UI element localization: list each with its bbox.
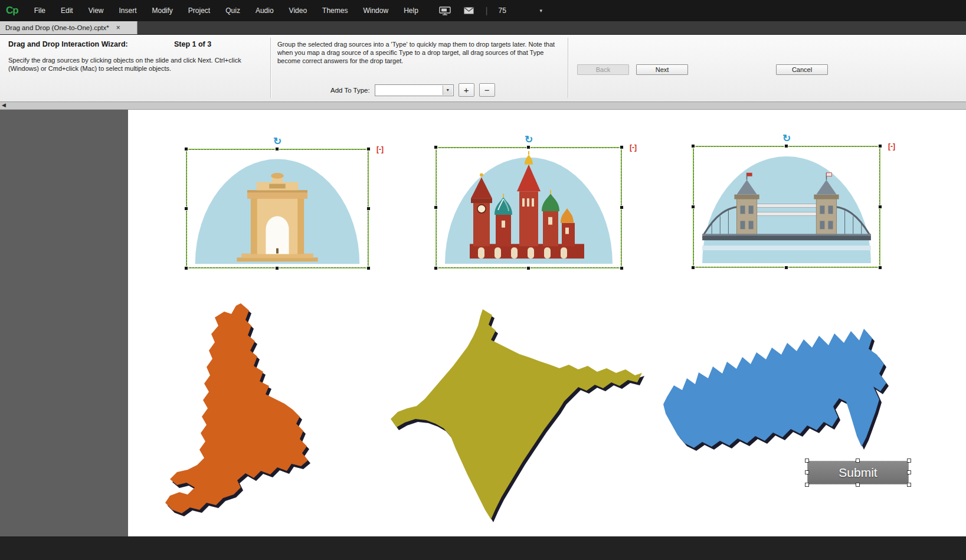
zoom-dropdown-caret-icon[interactable]: ▾ [539,8,542,14]
selection-handle[interactable] [434,205,438,209]
menu-modify[interactable]: Modify [145,6,181,15]
zoom-value[interactable]: 75 [498,6,522,15]
rotate-handle-icon[interactable]: ↻ [273,135,281,148]
submit-button[interactable]: Submit [808,461,908,484]
menu-audio[interactable]: Audio [248,6,281,15]
cancel-button[interactable]: Cancel [776,64,828,75]
remove-source-badge[interactable]: [-] [376,145,384,153]
selection-handle[interactable] [275,147,279,151]
selection-handle[interactable] [907,459,911,463]
england-silhouette [165,303,308,513]
menu-help[interactable]: Help [396,6,426,15]
tab-close-icon[interactable]: × [116,24,120,32]
scroll-left-arrow-icon[interactable]: ◀ [2,102,6,108]
selection-handle[interactable] [784,266,788,270]
selection-handle[interactable] [805,459,809,463]
menu-project[interactable]: Project [181,6,218,15]
menu-quiz[interactable]: Quiz [218,6,248,15]
menubar: Cp File Edit View Insert Modify Project … [0,0,966,21]
rotate-handle-icon[interactable]: ↻ [525,133,533,146]
dropdown-caret-icon: ▾ [443,86,453,95]
wizard-title: Drag and Drop Interaction Wizard: [8,40,128,48]
selection-handle[interactable] [184,266,188,270]
document-tab-title: Drag and Drop (One-to-One).cptx* [5,24,109,31]
horizontal-scroll-strip[interactable]: ◀ [0,101,966,110]
selection-handle[interactable] [784,144,788,148]
selection-handle[interactable] [856,483,860,487]
england-map-shape[interactable] [148,300,342,527]
india-map-shape[interactable] [384,307,649,534]
selection-handle[interactable] [691,205,695,209]
panel-divider [568,38,568,98]
selection-handle[interactable] [620,266,624,270]
selection-handle[interactable] [691,266,695,270]
document-tab[interactable]: Drag and Drop (One-to-One).cptx* × [0,21,137,34]
selection-handle[interactable] [620,205,624,209]
submit-button-selection: Submit [807,461,909,484]
russia-silhouette [663,329,886,448]
wizard-step-indicator: Step 1 of 3 [174,40,211,48]
india-gate-image[interactable] [187,150,368,267]
selection-handle[interactable] [526,145,531,149]
selection-handle[interactable] [878,205,882,209]
back-button[interactable]: Back [577,64,629,75]
selection-handle[interactable] [691,144,695,148]
selection-handle[interactable] [907,483,911,487]
selection-handle[interactable] [184,207,188,211]
selection-handle[interactable] [878,266,882,270]
selection-handle[interactable] [275,266,279,270]
captivate-logo: Cp [6,5,18,17]
email-icon[interactable] [464,7,474,14]
preview-icon[interactable] [439,6,451,15]
rotate-handle-icon[interactable]: ↻ [782,132,791,145]
bottom-bar [0,536,966,560]
selection-handle[interactable] [434,145,438,149]
tower-bridge-image[interactable] [694,147,879,267]
stage-left-gutter [0,110,128,536]
selection-handle[interactable] [620,145,624,149]
selection-handle[interactable] [856,459,860,463]
india-silhouette [391,309,642,519]
next-button[interactable]: Next [636,64,688,75]
selection-handle[interactable] [907,470,911,474]
add-to-type-label: Add To Type: [330,87,370,94]
drag-source-india-gate[interactable]: ↻ [-] [186,149,369,268]
selection-handle[interactable] [878,144,882,148]
st-basils-cathedral-image[interactable] [437,148,621,267]
selection-handle[interactable] [434,266,438,270]
type-dropdown[interactable]: ▾ [375,84,454,96]
menu-items: File Edit View Insert Modify Project Qui… [27,6,426,15]
menu-window[interactable]: Window [355,6,396,15]
captivate-window: Cp File Edit View Insert Modify Project … [0,0,966,560]
menu-themes[interactable]: Themes [315,6,355,15]
menu-edit[interactable]: Edit [53,6,81,15]
toolbar-separator: | [486,6,488,15]
panel-divider [270,38,271,98]
wizard-instructions: Specify the drag sources by clicking obj… [8,56,266,73]
selection-handle[interactable] [805,470,809,474]
selection-handle[interactable] [366,266,371,270]
menu-file[interactable]: File [27,6,53,15]
menu-insert[interactable]: Insert [112,6,145,15]
selection-handle[interactable] [366,207,371,211]
document-tabbar: Drag and Drop (One-to-One).cptx* × [0,21,966,35]
drag-drop-wizard-panel: Drag and Drop Interaction Wizard: Step 1… [0,35,966,102]
remove-type-button[interactable]: − [479,83,495,97]
selection-handle[interactable] [526,266,531,270]
wizard-group-description: Group the selected drag sources into a '… [277,40,559,65]
drag-source-tower-bridge[interactable]: ↻ [-] [693,146,880,268]
drag-source-st-basils-cathedral[interactable]: ↻ [-] [435,147,622,268]
selection-handle[interactable] [805,483,809,487]
add-to-type-row: Add To Type: ▾ + − [330,83,495,97]
selection-handle[interactable] [366,147,371,151]
menu-video[interactable]: Video [281,6,315,15]
add-type-button[interactable]: + [459,83,474,97]
menu-view[interactable]: View [81,6,112,15]
selection-handle[interactable] [184,147,188,151]
remove-source-badge[interactable]: [-] [888,142,895,150]
remove-source-badge[interactable]: [-] [630,143,637,152]
